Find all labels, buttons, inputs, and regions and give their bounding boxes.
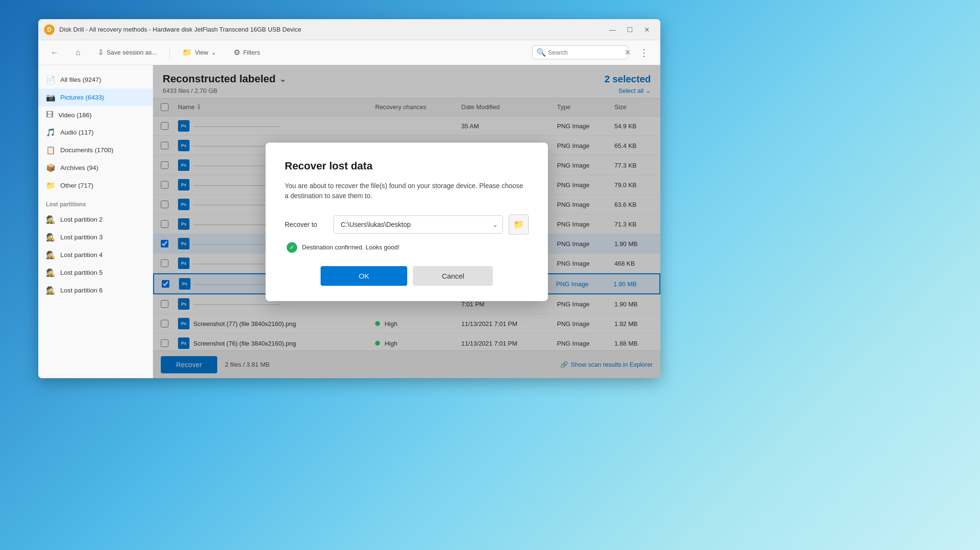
sidebar-item-lp3[interactable]: 🕵 Lost partition 3 <box>38 228 153 246</box>
maximize-button[interactable]: ☐ <box>622 23 637 36</box>
audio-icon: 🎵 <box>46 128 56 137</box>
sidebar-item-other[interactable]: 📁 Other (717) <box>38 177 153 194</box>
clear-search-icon[interactable]: ✕ <box>624 48 631 57</box>
title-bar: D Disk Drill - All recovery methods - Ha… <box>38 19 660 40</box>
modal-cancel-button[interactable]: Cancel <box>413 266 493 286</box>
sidebar-item-lp2[interactable]: 🕵 Lost partition 2 <box>38 211 153 228</box>
sidebar-label-lp2: Lost partition 2 <box>60 216 103 223</box>
filters-label: Filters <box>243 49 260 56</box>
lp5-icon: 🕵 <box>46 268 56 277</box>
archives-icon: 📦 <box>46 163 56 172</box>
sidebar-item-documents[interactable]: 📋 Documents (1700) <box>38 141 153 159</box>
sidebar-label-other: Other (717) <box>60 182 93 189</box>
lp4-icon: 🕵 <box>46 250 56 259</box>
browse-folder-button[interactable]: 📁 <box>509 214 529 235</box>
lp2-icon: 🕵 <box>46 215 56 224</box>
sidebar-label-archives: Archives (94) <box>60 164 99 171</box>
sidebar-label-lp4: Lost partition 4 <box>60 251 103 258</box>
recover-to-label: Recover to <box>285 221 328 228</box>
lp6-icon: 🕵 <box>46 286 56 295</box>
confirm-check-icon: ✓ <box>287 242 297 253</box>
sidebar-item-lp6[interactable]: 🕵 Lost partition 6 <box>38 281 153 299</box>
window-controls: — ☐ ✕ <box>605 23 655 36</box>
sidebar-item-archives[interactable]: 📦 Archives (94) <box>38 159 153 177</box>
destination-select-wrap: C:\Users\lukas\Desktop ⌄ <box>334 215 503 234</box>
view-chevron-icon: ⌄ <box>211 49 216 56</box>
sidebar-item-lp4[interactable]: 🕵 Lost partition 4 <box>38 246 153 264</box>
back-icon: ← <box>51 48 58 57</box>
app-icon: D <box>44 24 55 35</box>
sidebar-label-pictures: Pictures (6433) <box>60 94 104 101</box>
video-icon: 🎞 <box>46 111 54 119</box>
search-box[interactable]: 🔍 ✕ <box>532 45 628 59</box>
confirm-text: Destination confirmed. Looks good! <box>302 244 400 251</box>
save-icon: ⇩ <box>98 48 104 57</box>
minimize-button[interactable]: — <box>605 23 620 36</box>
confirmation-message: ✓ Destination confirmed. Looks good! <box>285 242 529 253</box>
sidebar-item-pictures[interactable]: 📷 Pictures (6433) <box>38 89 153 106</box>
content-area: Reconstructed labeled ⌄ 2 selected 6433 … <box>153 65 660 378</box>
sidebar-item-lp5[interactable]: 🕵 Lost partition 5 <box>38 264 153 281</box>
view-label: View <box>195 49 208 56</box>
sidebar-label-lp3: Lost partition 3 <box>60 234 103 241</box>
recover-to-field: Recover to C:\Users\lukas\Desktop ⌄ 📁 <box>285 214 529 235</box>
sidebar-label-lp6: Lost partition 6 <box>60 287 103 294</box>
sidebar-label-audio: Audio (117) <box>60 129 94 136</box>
sidebar-item-audio[interactable]: 🎵 Audio (117) <box>38 123 153 141</box>
save-session-button[interactable]: ⇩ Save session as... <box>93 45 162 60</box>
search-icon: 🔍 <box>536 48 546 57</box>
modal-actions: OK Cancel <box>285 266 529 286</box>
search-input[interactable] <box>548 49 624 56</box>
modal-ok-button[interactable]: OK <box>321 266 408 286</box>
main-area: 📄 All files (9247) 📷 Pictures (6433) 🎞 V… <box>38 65 660 378</box>
lost-partitions-section-label: Lost partitions <box>38 194 153 211</box>
main-window: D Disk Drill - All recovery methods - Ha… <box>38 19 660 378</box>
toolbar-separator <box>169 47 170 58</box>
toolbar: ← ⌂ ⇩ Save session as... 📁 View ⌄ ⚙ Filt… <box>38 40 660 65</box>
lp3-icon: 🕵 <box>46 233 56 242</box>
recover-dialog: Recover lost data You are about to recov… <box>266 143 548 301</box>
window-title: Disk Drill - All recovery methods - Hard… <box>59 26 605 33</box>
other-icon: 📁 <box>46 181 56 190</box>
folder-icon: 📁 <box>513 219 524 230</box>
sidebar-item-all-files[interactable]: 📄 All files (9247) <box>38 71 153 89</box>
filters-button[interactable]: ⚙ Filters <box>229 45 265 60</box>
back-button[interactable]: ← <box>46 45 63 60</box>
modal-overlay: Recover lost data You are about to recov… <box>153 65 660 378</box>
modal-description: You are about to recover the file(s) fou… <box>285 181 529 201</box>
home-button[interactable]: ⌂ <box>71 45 85 60</box>
sidebar-item-video[interactable]: 🎞 Video (186) <box>38 106 153 123</box>
home-icon: ⌂ <box>76 48 80 57</box>
sidebar-label-lp5: Lost partition 5 <box>60 269 103 276</box>
destination-select[interactable]: C:\Users\lukas\Desktop <box>334 215 503 234</box>
sidebar-label-all-files: All files (9247) <box>60 76 101 83</box>
close-button[interactable]: ✕ <box>639 23 655 36</box>
documents-icon: 📋 <box>46 146 56 155</box>
filters-icon: ⚙ <box>234 48 240 57</box>
view-icon: 📁 <box>182 48 192 57</box>
view-button[interactable]: 📁 View ⌄ <box>178 45 221 60</box>
more-options-button[interactable]: ⋮ <box>635 45 653 60</box>
modal-title: Recover lost data <box>285 160 529 172</box>
sidebar: 📄 All files (9247) 📷 Pictures (6433) 🎞 V… <box>38 65 153 378</box>
save-session-label: Save session as... <box>107 49 157 56</box>
all-files-icon: 📄 <box>46 75 56 84</box>
pictures-icon: 📷 <box>46 93 56 102</box>
sidebar-label-documents: Documents (1700) <box>60 146 113 154</box>
sidebar-label-video: Video (186) <box>58 112 92 119</box>
